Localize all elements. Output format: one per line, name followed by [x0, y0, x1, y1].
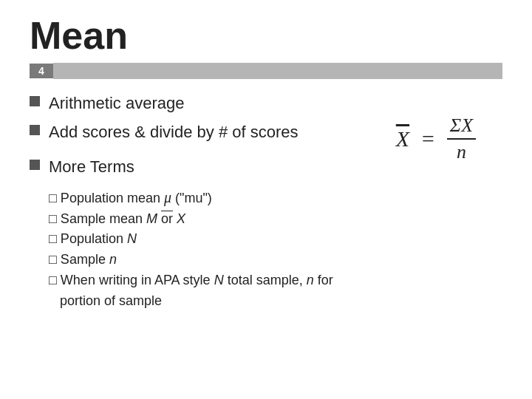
overline-or: or: [161, 211, 173, 226]
formula-numerator: ΣX: [447, 115, 476, 140]
right-content: X = ΣX n: [355, 92, 502, 163]
slide-page: Mean 4 Arithmetic average Add scores & d…: [0, 0, 532, 399]
bullet-text-1: Arithmetic average: [49, 92, 184, 115]
more-terms-section: More Terms □ Population mean μ ("mu") □ …: [30, 156, 355, 312]
sub-bullet-sample-n: □ Sample n: [49, 250, 355, 270]
bullet-item-1: Arithmetic average: [30, 92, 355, 115]
sigma-symbol: Σ: [450, 115, 461, 136]
more-terms-header: More Terms: [30, 156, 355, 179]
formula-lhs: X =: [396, 126, 441, 151]
slide-number: 4: [30, 64, 53, 78]
slide-number-bar: 4: [30, 63, 502, 79]
sub-bullets: □ Population mean μ ("mu") □ Sample mean…: [49, 186, 355, 312]
bullet-square-2: [30, 125, 40, 135]
formula-denominator: n: [454, 140, 469, 163]
bullet-square-1: [30, 96, 40, 106]
sub-bullet-sample-mean-text: □ Sample mean M or X: [49, 209, 185, 230]
slide-title: Mean: [30, 15, 502, 57]
sub-bullet-population-n: □ Population N: [49, 229, 355, 250]
sub-bullet-population-mean: □ Population mean μ ("mu"): [49, 186, 355, 209]
sub-bullet-population-n-text: □ Population N: [49, 229, 137, 250]
bullet-item-2: Add scores & divide by # of scores: [30, 121, 355, 144]
formula-display: X = ΣX n: [396, 115, 476, 163]
more-terms-label: More Terms: [49, 156, 134, 179]
formula-fraction: ΣX n: [447, 115, 476, 163]
bullet-text-2: Add scores & divide by # of scores: [49, 121, 299, 144]
sub-bullet-sample-n-text: □ Sample n: [49, 250, 117, 270]
left-content: Arithmetic average Add scores & divide b…: [30, 92, 355, 312]
mu-symbol: μ: [164, 189, 171, 205]
content-area: Arithmetic average Add scores & divide b…: [30, 92, 502, 312]
bullet-square-3: [30, 160, 40, 170]
slide-bar: [53, 63, 502, 79]
formula-container: X = ΣX n: [396, 115, 476, 163]
sub-bullet-sample-mean: □ Sample mean M or X: [49, 209, 355, 230]
sub-bullet-apa: □ When writing in APA style N total samp…: [49, 270, 355, 312]
sub-bullet-apa-text: □ When writing in APA style N total samp…: [49, 270, 333, 312]
sub-bullet-population-mean-text: □ Population mean μ ("mu"): [49, 186, 212, 209]
